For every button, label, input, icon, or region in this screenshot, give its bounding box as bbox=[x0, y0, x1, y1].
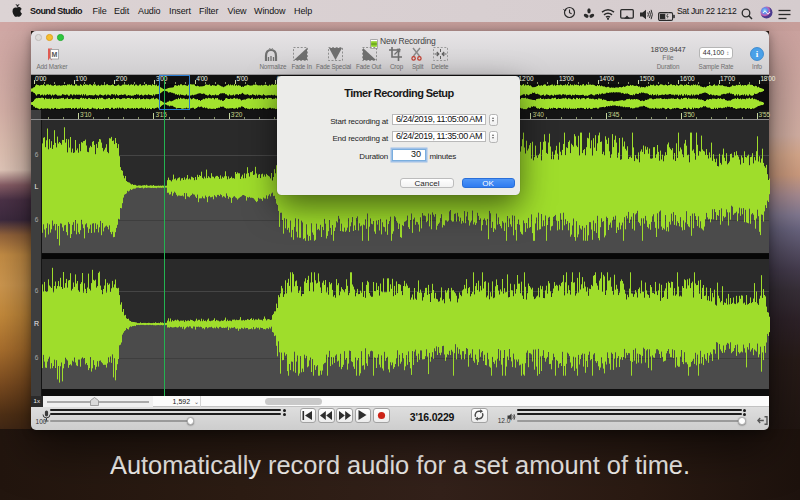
svg-text:M: M bbox=[52, 51, 58, 58]
